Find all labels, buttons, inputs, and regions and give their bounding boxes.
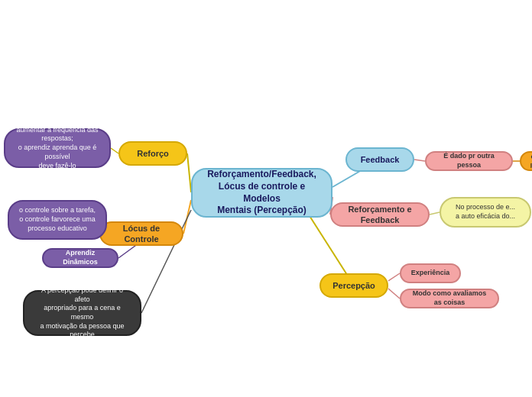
- node-feedback-desc: É dado pr outra pessoa: [425, 151, 513, 171]
- node-aprendiz: Aprendiz Dinâmicos: [42, 248, 118, 268]
- svg-line-11: [388, 273, 400, 281]
- svg-line-8: [414, 160, 425, 161]
- node-left-text: aumentar a frequência das respostas; o a…: [4, 128, 111, 168]
- node-locus: Lócus de Controle: [99, 221, 183, 246]
- node-percepcao: Percepção: [320, 273, 388, 298]
- svg-line-12: [388, 289, 400, 299]
- node-central: Reforçamento/Feedback, Lócus de controle…: [191, 168, 332, 218]
- node-ou: Ou par: [520, 151, 532, 171]
- node-feedback: Feedback: [345, 147, 414, 172]
- svg-line-10: [430, 212, 440, 215]
- node-processo: No processo de e... a auto eficácia do..…: [440, 197, 531, 228]
- node-percepcao-def: A percepção pode definir o afeto apropri…: [23, 290, 141, 336]
- node-reforco-feedback: Reforçamento e Feedback: [330, 202, 430, 227]
- node-experiencia: Experiência: [400, 263, 461, 283]
- node-modo: Modo como avaliamos as coisas: [400, 289, 499, 308]
- svg-line-1: [183, 200, 191, 234]
- svg-line-5: [111, 148, 118, 153]
- node-locus-text: o controle sobre a tarefa, o controle fa…: [8, 200, 107, 240]
- mindmap-container: Reforçamento/Feedback, Lócus de controle…: [0, 0, 532, 397]
- node-reforco: Reforço: [118, 141, 187, 166]
